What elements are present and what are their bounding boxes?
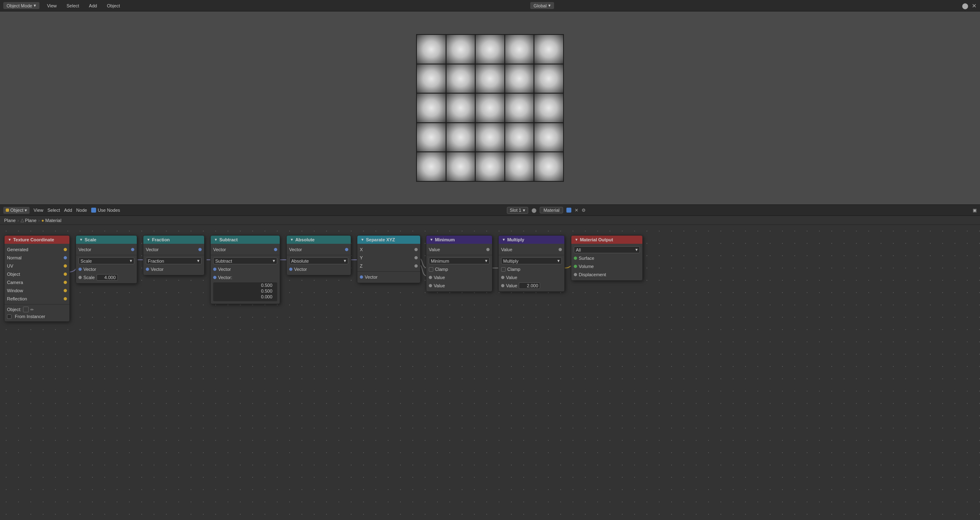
x-icon[interactable]: ✕ [575,208,578,213]
node-texture-coord-body: Generated Normal UV Object Camera [5,244,69,321]
node-scale-header[interactable]: ▼ Scale [76,236,137,244]
menu-object[interactable]: Object [104,2,122,9]
minimum-value1-label: Value [434,275,445,280]
socket-subtract-in[interactable] [213,268,216,271]
transform-global-label[interactable]: Global ▾ [530,2,554,9]
socket-minimum-in1[interactable] [429,276,432,279]
socket-uv[interactable] [64,264,67,268]
menu-add-node[interactable]: Add [64,208,72,213]
socket-separate-in[interactable] [360,275,363,279]
collapse-icon4[interactable]: ▼ [214,238,218,242]
node-subtract-header[interactable]: ▼ Subtract [211,236,280,244]
menu-select[interactable]: Select [64,2,82,9]
node-canvas: ▼ Texture Coordinate Generated Normal UV… [0,225,980,520]
object-field[interactable] [23,307,29,312]
breadcrumb-plane1[interactable]: Plane [4,218,16,223]
divider8 [499,255,564,255]
separate-vector-label: Vector [365,275,377,279]
node-texture-coord-header[interactable]: ▼ Texture Coordinate [5,236,69,244]
material-label: Material [543,208,559,213]
object-mode-selector[interactable]: Object Mode ▾ [3,2,39,9]
socket-subtract-out[interactable] [274,248,277,251]
socket-absolute-in[interactable] [289,268,292,271]
scale-value-input[interactable]: 4.000 [97,274,118,281]
node-minimum-header[interactable]: ▼ Minimum [426,236,492,244]
socket-scale-in[interactable] [78,268,82,271]
material-output-all-dropdown[interactable]: All ▾ [574,246,640,253]
node-multiply-header[interactable]: ▼ Multiply [499,236,564,244]
absolute-dropdown[interactable]: Absolute ▾ [289,257,348,264]
multiply-dropdown-row: Multiply ▾ [499,257,564,265]
socket-multiply-in[interactable] [501,276,504,279]
node-absolute-header[interactable]: ▼ Absolute [287,236,351,244]
node-separate-xyz-body: X Y Z Vector [357,244,420,283]
socket-camera[interactable] [64,281,67,284]
socket-z-out[interactable] [414,264,418,268]
collapse-icon3[interactable]: ▼ [147,238,150,242]
socket-multiply-out[interactable] [559,248,562,251]
scale-dropdown[interactable]: Scale ▾ [78,257,134,264]
menu-view-node[interactable]: View [34,208,44,213]
socket-normal[interactable] [64,256,67,259]
minimum-dropdown-row: Minimum ▾ [426,257,492,265]
socket-scale-out[interactable] [131,248,134,251]
collapse-icon2[interactable]: ▼ [79,238,83,242]
minimum-clamp-checkbox[interactable] [429,267,433,272]
collapse-icon9[interactable]: ▼ [575,238,578,242]
absolute-vector-out-label: Vector [289,247,302,252]
socket-absolute-out[interactable] [345,248,348,251]
collapse-icon6[interactable]: ▼ [361,238,364,242]
eyedropper-button[interactable]: ✏ [30,307,34,312]
divider3 [143,255,204,255]
socket-volume[interactable] [574,265,577,268]
socket-window[interactable] [64,289,67,292]
menu-add[interactable]: Add [87,2,100,9]
subtract-val3: 0.000 [221,294,272,300]
collapse-icon[interactable]: ▼ [8,238,12,242]
multiply-value-input[interactable]: 2.000 [519,282,540,289]
socket-subtract-vec[interactable] [213,276,216,279]
chevron-fraction: ▾ [197,258,200,263]
settings-icon[interactable]: ⚙ [582,208,586,213]
socket-x-out[interactable] [414,248,418,251]
socket-minimum-out[interactable] [486,248,490,251]
socket-fraction-out[interactable] [198,248,202,251]
multiply-clamp-checkbox[interactable] [501,267,506,272]
material-selector[interactable]: Material [540,207,563,213]
node-minimum-body: Value Minimum ▾ Clamp Value [426,244,492,291]
separate-y-output: Y [357,254,420,262]
socket-minimum-in2[interactable] [429,284,432,287]
socket-generated[interactable] [64,248,67,251]
collapse-icon5[interactable]: ▼ [290,238,294,242]
socket-surface[interactable] [574,257,577,260]
socket-scale-val[interactable] [78,276,82,279]
breadcrumb-material-item[interactable]: ● Material [41,218,62,223]
node-separate-xyz-header[interactable]: ▼ Separate XYZ [357,236,420,244]
node-fraction-header[interactable]: ▼ Fraction [143,236,204,244]
socket-multiply-val[interactable] [501,284,504,287]
collapse-icon7[interactable]: ▼ [430,238,433,242]
socket-y-out[interactable] [414,256,418,259]
breadcrumb-plane2-item[interactable]: △ Plane [21,218,37,223]
use-nodes-checkbox[interactable] [91,208,96,213]
fraction-dropdown[interactable]: Fraction ▾ [146,257,202,264]
multiply-dropdown[interactable]: Multiply ▾ [501,257,562,264]
from-instancer-checkbox[interactable] [7,314,12,319]
socket-reflection[interactable] [64,297,67,300]
editor-type-selector[interactable]: Object ▾ [3,207,30,214]
subtract-dropdown[interactable]: Subtract ▾ [213,257,277,264]
slot-selector[interactable]: Slot 1 ▾ [507,207,528,214]
menu-node-node[interactable]: Node [76,208,87,213]
use-nodes-toggle[interactable]: Use Nodes [91,208,120,213]
node-material-output-header[interactable]: ▼ Material Output [571,236,642,244]
texture-cell [534,93,564,123]
socket-fraction-in[interactable] [146,268,149,271]
texture-cell [416,34,446,64]
menu-select-node[interactable]: Select [47,208,60,213]
socket-displacement[interactable] [574,273,577,276]
minimum-dropdown[interactable]: Minimum ▾ [429,257,490,264]
socket-object[interactable] [64,273,67,276]
collapse-icon8[interactable]: ▼ [502,238,506,242]
menu-view[interactable]: View [44,2,59,9]
node-texture-coordinate: ▼ Texture Coordinate Generated Normal UV… [4,235,70,322]
